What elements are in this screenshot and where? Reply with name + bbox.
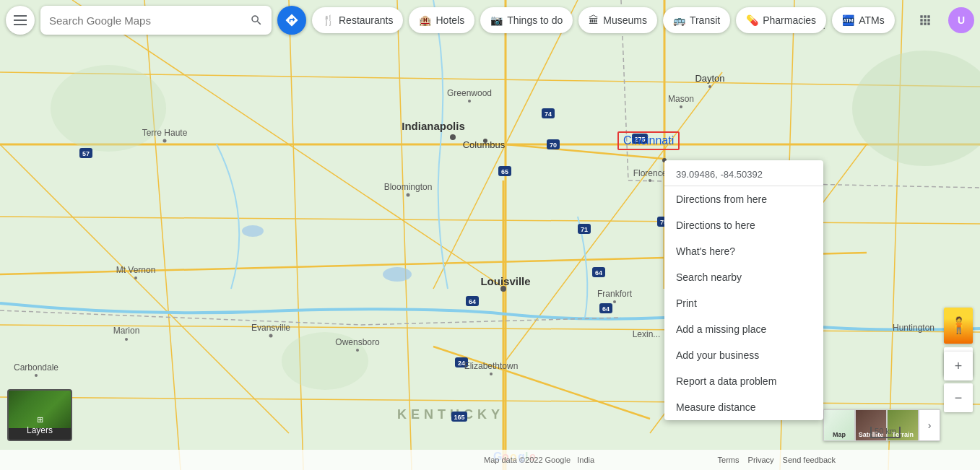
pegman-icon: 🧍	[944, 308, 973, 344]
svg-point-23	[383, 267, 412, 282]
directions-button[interactable]	[277, 6, 306, 35]
svg-text:Frankfort: Frankfort	[597, 289, 633, 299]
svg-point-42	[35, 374, 38, 377]
context-add-business[interactable]: Add your business	[664, 342, 823, 368]
svg-point-39	[356, 349, 359, 352]
svg-point-26	[51, 65, 166, 152]
tab-museums-label: Museums	[603, 14, 647, 26]
context-print[interactable]: Print	[664, 290, 823, 316]
tab-pharmacies[interactable]: 💊 Pharmacies	[736, 7, 826, 33]
tab-pharmacies-label: Pharmacies	[763, 14, 816, 26]
svg-rect-102	[14, 19, 27, 21]
map-type-default[interactable]: Map	[823, 409, 855, 441]
send-feedback-link[interactable]: Send feedback	[783, 456, 836, 464]
svg-text:Evansville: Evansville	[251, 323, 290, 333]
layers-label: Layers	[27, 425, 53, 435]
svg-text:Terre Haute: Terre Haute	[142, 128, 188, 138]
tab-hotels[interactable]: 🏨 Hotels	[409, 7, 474, 33]
search-bar	[40, 6, 272, 35]
layers-button[interactable]: ⊞ Layers	[7, 389, 72, 441]
transit-icon: 🚌	[673, 14, 685, 26]
atm-icon: 🏧	[842, 14, 854, 26]
context-add-missing-place[interactable]: Add a missing place	[664, 316, 823, 342]
tab-things[interactable]: 📷 Things to do	[480, 7, 573, 33]
svg-point-38	[269, 334, 273, 338]
svg-text:Greenwood: Greenwood	[447, 88, 492, 98]
svg-text:Mason: Mason	[668, 94, 694, 104]
svg-rect-101	[14, 15, 27, 17]
svg-rect-103	[14, 24, 27, 25]
tab-restaurants-label: Restaurants	[339, 14, 393, 26]
map-background: KENTUCKY 70 65 71 64 75 275 57 74 64 24	[0, 0, 980, 470]
scale-label: 50 km	[875, 427, 896, 435]
scale-bar: 50 km	[870, 427, 901, 438]
privacy-link[interactable]: Privacy	[748, 456, 774, 464]
svg-text:Lexin...: Lexin...	[633, 329, 661, 339]
svg-point-48	[708, 85, 711, 88]
cincinnati-label[interactable]: Cincinnati	[617, 131, 680, 150]
svg-rect-1	[0, 0, 980, 470]
tab-museums[interactable]: 🏛 Museums	[578, 7, 657, 33]
svg-text:Huntington: Huntington	[893, 323, 935, 333]
top-bar: 🍴 Restaurants 🏨 Hotels 📷 Things to do 🏛 …	[0, 0, 980, 40]
terms-link[interactable]: Terms	[718, 456, 740, 464]
svg-text:64: 64	[602, 305, 610, 313]
svg-text:Owensboro: Owensboro	[335, 337, 380, 347]
zoom-out-button[interactable]: −	[944, 383, 973, 412]
museum-icon: 🏛	[589, 14, 599, 26]
tab-atms-label: ATMs	[859, 14, 885, 26]
hotel-icon: 🏨	[419, 14, 431, 26]
svg-text:KENTUCKY: KENTUCKY	[397, 407, 504, 422]
map-container[interactable]: KENTUCKY 70 65 71 64 75 275 57 74 64 24	[0, 0, 980, 470]
svg-text:Elizabethtown: Elizabethtown	[464, 361, 519, 371]
svg-text:64: 64	[469, 298, 476, 305]
zoom-in-button[interactable]: +	[944, 352, 973, 380]
svg-text:Carbondale: Carbondale	[14, 362, 58, 373]
svg-point-36	[407, 193, 410, 197]
grid-icon	[918, 13, 932, 27]
apps-button[interactable]	[911, 6, 940, 35]
search-icon	[250, 14, 263, 27]
context-whats-here[interactable]: What's here?	[664, 238, 823, 264]
map-type-expand[interactable]: ›	[919, 409, 940, 441]
context-menu-coordinates: 39.09486, -84.50392	[664, 160, 823, 186]
svg-point-44	[613, 300, 616, 303]
menu-button[interactable]	[6, 6, 35, 35]
tab-atms[interactable]: 🏧 ATMs	[832, 7, 895, 33]
context-directions-to[interactable]: Directions to here	[664, 212, 823, 238]
directions-icon	[285, 13, 299, 27]
category-tabs: 🍴 Restaurants 🏨 Hotels 📷 Things to do 🏛 …	[312, 7, 895, 33]
svg-text:70: 70	[550, 142, 557, 149]
search-button[interactable]	[250, 14, 263, 27]
svg-text:Bloomington: Bloomington	[384, 182, 433, 192]
context-search-nearby[interactable]: Search nearby	[664, 264, 823, 290]
tab-restaurants[interactable]: 🍴 Restaurants	[312, 7, 403, 33]
search-input[interactable]	[49, 14, 250, 27]
pharmacy-icon: 💊	[746, 14, 758, 26]
svg-point-37	[163, 139, 167, 143]
map-data-attribution: Map data ©2022 Google India	[484, 456, 594, 464]
tab-transit[interactable]: 🚌 Transit	[663, 7, 730, 33]
context-report-problem[interactable]: Report a data problem	[664, 368, 823, 394]
map-type-default-label: Map	[833, 431, 846, 438]
svg-point-32	[450, 134, 456, 140]
context-menu: 39.09486, -84.50392 Directions from here…	[664, 160, 823, 420]
street-view-button[interactable]: 🧍	[944, 308, 973, 344]
tab-things-label: Things to do	[507, 14, 563, 26]
svg-text:Dayton: Dayton	[695, 73, 724, 84]
context-measure-distance[interactable]: Measure distance	[664, 394, 823, 420]
svg-text:Mt Vernon: Mt Vernon	[116, 265, 156, 275]
svg-text:Marion: Marion	[113, 326, 140, 336]
hamburger-icon	[14, 15, 27, 25]
svg-text:74: 74	[545, 110, 552, 118]
svg-point-46	[468, 100, 471, 103]
user-avatar[interactable]: U	[948, 7, 974, 33]
cincinnati-box: Cincinnati	[617, 131, 680, 150]
context-directions-from[interactable]: Directions from here	[664, 186, 823, 212]
layers-icon: ⊞	[37, 415, 43, 425]
svg-point-40	[134, 277, 137, 279]
svg-point-41	[125, 338, 128, 341]
svg-point-47	[680, 105, 682, 108]
svg-text:57: 57	[82, 150, 90, 157]
bottom-bar: Map data ©2022 Google India Terms Privac…	[0, 450, 980, 470]
